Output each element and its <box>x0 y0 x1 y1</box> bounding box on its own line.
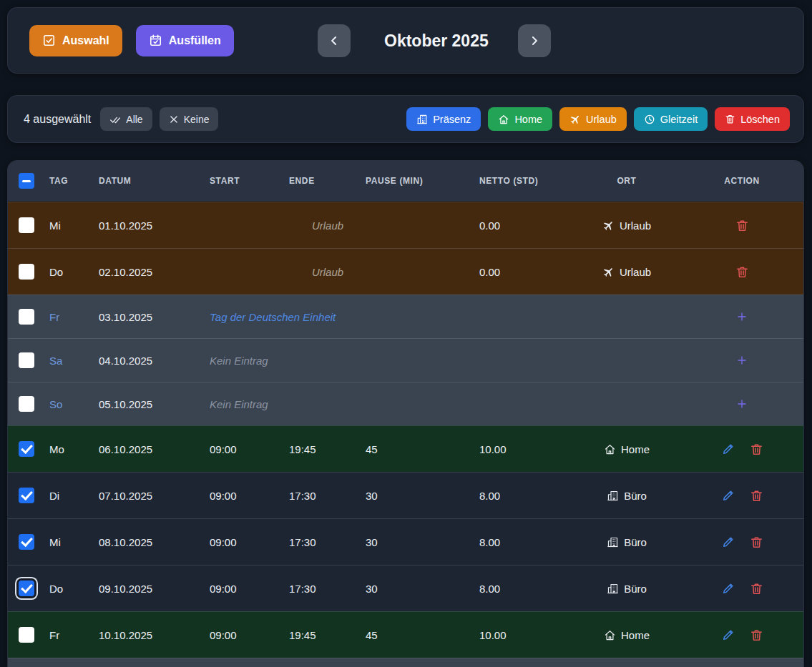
add-entry-button[interactable] <box>736 355 748 366</box>
row-end: 17:30 <box>283 583 359 595</box>
home-icon <box>498 114 509 125</box>
fill-button[interactable]: Ausfüllen <box>136 25 234 56</box>
table-row: Mi 01.10.2025 Urlaub 0.00 Urlaub <box>8 202 803 248</box>
column-header-ende: Ende <box>283 176 359 186</box>
row-location-label: Büro <box>624 583 647 595</box>
row-note: Tag der Deutschen Einheit <box>203 311 573 323</box>
row-location: Urlaub <box>573 219 680 232</box>
row-location: Urlaub <box>573 266 680 278</box>
column-header-datum: Datum <box>92 176 203 186</box>
row-actions <box>680 398 803 410</box>
row-actions <box>680 628 803 642</box>
next-month-button[interactable] <box>518 24 551 57</box>
row-location: Büro <box>573 490 680 502</box>
table-row: Mo 06.10.2025 09:00 19:45 45 10.00 Home <box>8 425 803 472</box>
row-location-label: Büro <box>624 490 647 502</box>
row-checkbox[interactable] <box>19 441 34 457</box>
selected-count: 4 ausgewählt <box>24 113 91 126</box>
row-location-label: Urlaub <box>620 219 651 232</box>
select-all-checkbox[interactable] <box>19 173 34 189</box>
table-header: Tag Datum Start Ende Pause (Min) Netto (… <box>8 161 803 202</box>
row-netto: 10.00 <box>473 443 573 455</box>
select-mode-button[interactable]: Auswahl <box>29 25 122 56</box>
row-actions <box>680 265 803 279</box>
row-checkbox[interactable] <box>19 534 34 550</box>
delete-button[interactable] <box>750 443 763 456</box>
row-checkbox[interactable] <box>19 580 34 596</box>
bulk-home-button[interactable]: Home <box>488 107 552 131</box>
table-row: Do 02.10.2025 Urlaub 0.00 Urlaub <box>8 248 803 295</box>
select-all-label: Alle <box>126 114 142 125</box>
row-date: 06.10.2025 <box>92 443 203 455</box>
row-pause: 30 <box>359 490 473 502</box>
row-netto: 8.00 <box>473 490 573 502</box>
prev-month-button[interactable] <box>318 24 351 57</box>
row-location-label: Urlaub <box>620 266 651 278</box>
row-pause: 30 <box>359 536 473 548</box>
bulk-gleitzeit-button[interactable]: Gleitzeit <box>634 107 708 131</box>
row-checkbox[interactable] <box>19 627 34 643</box>
edit-button[interactable] <box>721 535 735 549</box>
table-row: Sa 04.10.2025 Kein Eintrag <box>8 338 803 382</box>
home-icon <box>604 629 616 641</box>
row-pause: 45 <box>359 629 473 641</box>
add-entry-button[interactable] <box>736 398 748 410</box>
delete-button[interactable] <box>750 582 763 596</box>
row-day: Sa <box>42 355 92 367</box>
row-location: Büro <box>573 536 680 548</box>
column-header-ort: Ort <box>573 176 680 186</box>
edit-button[interactable] <box>721 581 735 596</box>
row-start: 09:00 <box>203 583 283 595</box>
select-none-button[interactable]: Keine <box>160 107 219 131</box>
select-all-button[interactable]: Alle <box>100 107 152 131</box>
delete-button[interactable] <box>735 219 749 232</box>
row-checkbox[interactable] <box>19 309 34 325</box>
building-icon <box>607 536 619 548</box>
table-row: Do 09.10.2025 09:00 17:30 30 8.00 Büro <box>8 565 803 611</box>
delete-button[interactable] <box>750 535 763 549</box>
bulk-gleitzeit-label: Gleitzeit <box>660 114 698 125</box>
row-day: Do <box>42 266 92 278</box>
row-end: 19:45 <box>283 443 359 455</box>
row-end: 19:45 <box>283 629 359 641</box>
row-day: Mo <box>42 443 92 455</box>
row-actions <box>680 442 803 456</box>
bulk-loeschen-label: Löschen <box>740 114 780 125</box>
calendar-check-icon <box>149 34 162 47</box>
edit-button[interactable] <box>721 488 735 503</box>
row-pause: 45 <box>359 443 473 455</box>
plane-icon <box>602 266 615 278</box>
row-actions <box>680 355 803 366</box>
delete-button[interactable] <box>750 628 763 642</box>
row-checkbox[interactable] <box>19 396 34 412</box>
row-day: So <box>42 398 92 410</box>
timesheet-table: Tag Datum Start Ende Pause (Min) Netto (… <box>7 160 804 667</box>
bulk-loeschen-button[interactable]: Löschen <box>715 107 790 131</box>
row-checkbox[interactable] <box>19 217 34 233</box>
row-day: Mi <box>42 536 92 548</box>
select-mode-label: Auswahl <box>62 34 109 47</box>
checkbox-check-icon <box>42 34 56 47</box>
table-row-partial <box>8 658 803 667</box>
bulk-praesenz-button[interactable]: Präsenz <box>406 107 481 131</box>
row-note: Urlaub <box>203 219 359 232</box>
bulk-urlaub-button[interactable]: Urlaub <box>559 107 627 131</box>
row-checkbox[interactable] <box>19 352 34 368</box>
row-day: Mi <box>42 219 92 232</box>
row-checkbox[interactable] <box>19 488 34 503</box>
row-checkbox[interactable] <box>19 264 34 280</box>
edit-button[interactable] <box>721 442 735 456</box>
row-end: 17:30 <box>283 536 359 548</box>
row-note: Kein Eintrag <box>203 398 573 410</box>
row-actions <box>680 488 803 503</box>
delete-button[interactable] <box>750 489 763 503</box>
building-icon <box>607 490 619 502</box>
bulk-praesenz-label: Präsenz <box>433 114 471 125</box>
building-icon <box>607 583 619 595</box>
delete-button[interactable] <box>735 265 749 279</box>
edit-button[interactable] <box>721 628 735 642</box>
row-netto: 0.00 <box>473 219 573 232</box>
add-entry-button[interactable] <box>736 311 748 322</box>
row-netto: 0.00 <box>473 266 573 278</box>
double-check-icon <box>109 114 121 125</box>
